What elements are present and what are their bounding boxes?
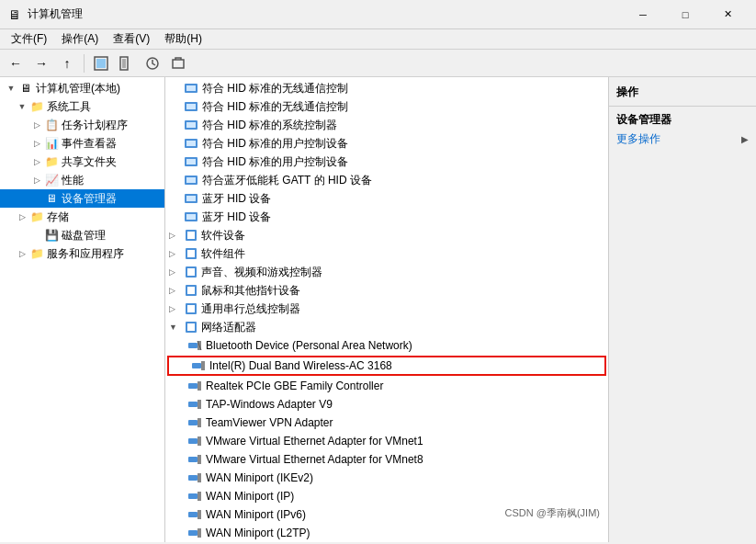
device-icon bbox=[184, 118, 198, 132]
network-item-bt[interactable]: Bluetooth Device (Personal Area Network) bbox=[165, 336, 608, 355]
network-item-intel[interactable]: Intel(R) Dual Band Wireless-AC 3168 bbox=[167, 356, 606, 376]
list-item-hid1[interactable]: 符合 HID 标准的无线通信控制 bbox=[165, 79, 608, 97]
network-icon bbox=[187, 489, 202, 504]
tree-disk-mgmt[interactable]: 💾 磁盘管理 bbox=[0, 226, 164, 244]
tree-root-label: 计算机管理(本地) bbox=[36, 81, 120, 96]
list-item-hid2[interactable]: 符合 HID 标准的无线通信控制 bbox=[165, 97, 608, 116]
device-icon bbox=[184, 154, 198, 169]
svg-rect-13 bbox=[186, 141, 196, 146]
network-item-wan-l2tp[interactable]: WAN Miniport (L2TP) bbox=[165, 524, 608, 542]
svg-rect-31 bbox=[187, 305, 195, 312]
network-icon bbox=[187, 452, 202, 467]
svg-rect-56 bbox=[197, 528, 201, 538]
disk-icon: 💾 bbox=[44, 228, 59, 243]
category-network-adapters[interactable]: ▼ 网络适配器 bbox=[165, 318, 608, 336]
device-icon bbox=[184, 81, 198, 96]
expand-storage: ▷ bbox=[15, 210, 29, 224]
tree-event-label: 事件查看器 bbox=[62, 136, 117, 152]
expand-root: ▼ bbox=[4, 81, 18, 96]
category-label: 鼠标和其他指针设备 bbox=[201, 283, 300, 299]
list-item-hid6[interactable]: 符合蓝牙低能耗 GATT 的 HID 设备 bbox=[165, 171, 608, 189]
expand-task: ▷ bbox=[29, 118, 44, 132]
network-item-wan-ip[interactable]: WAN Miniport (IP) bbox=[165, 487, 608, 505]
network-item-wan-ipv6[interactable]: WAN Miniport (IPv6) bbox=[165, 505, 608, 524]
devmgr-icon: 🖥 bbox=[44, 191, 59, 206]
network-item-vmnet8[interactable]: VMware Virtual Ethernet Adapter for VMne… bbox=[165, 450, 608, 469]
list-item-hid5[interactable]: 符合 HID 标准的用户控制设备 bbox=[165, 153, 608, 171]
list-item-bt1[interactable]: 蓝牙 HID 设备 bbox=[165, 189, 608, 208]
menu-file[interactable]: 文件(F) bbox=[4, 29, 54, 49]
more-actions-label: 更多操作 bbox=[616, 131, 660, 147]
network-item-tap[interactable]: TAP-Windows Adapter V9 bbox=[165, 395, 608, 414]
device-icon bbox=[184, 99, 198, 114]
category-mouse[interactable]: ▷ 鼠标和其他指针设备 bbox=[165, 281, 608, 300]
svg-rect-3 bbox=[122, 59, 126, 68]
expand-devmgr bbox=[29, 191, 44, 206]
toolbar-btn3[interactable] bbox=[141, 52, 164, 74]
window-controls: ─ □ ✕ bbox=[622, 0, 749, 29]
category-usb[interactable]: ▷ 通用串行总线控制器 bbox=[165, 300, 608, 318]
svg-rect-5 bbox=[173, 60, 184, 68]
category-sound[interactable]: ▷ 声音、视频和游戏控制器 bbox=[165, 263, 608, 281]
toolbar-btn4[interactable] bbox=[166, 52, 190, 74]
expand-disk bbox=[29, 228, 44, 243]
intel-network-icon bbox=[191, 358, 206, 373]
toolbar-btn1[interactable] bbox=[89, 52, 113, 74]
window-title: 计算机管理 bbox=[28, 6, 622, 22]
section-title-text: 设备管理器 bbox=[616, 113, 671, 126]
item-label: 符合 HID 标准的系统控制器 bbox=[202, 118, 337, 133]
tree-task-scheduler[interactable]: ▷ 📋 任务计划程序 bbox=[0, 116, 164, 134]
category-label: 通用串行总线控制器 bbox=[201, 301, 300, 317]
network-icon bbox=[187, 434, 202, 448]
list-item-bt2[interactable]: 蓝牙 HID 设备 bbox=[165, 208, 608, 226]
close-button[interactable]: ✕ bbox=[706, 0, 749, 29]
tree-services[interactable]: ▷ 📁 服务和应用程序 bbox=[0, 244, 164, 263]
tree-root[interactable]: ▼ 🖥 计算机管理(本地) bbox=[0, 79, 164, 97]
menu-action[interactable]: 操作(A) bbox=[54, 29, 106, 49]
network-item-realtek[interactable]: Realtek PCIe GBE Family Controller bbox=[165, 377, 608, 395]
svg-rect-51 bbox=[188, 493, 197, 499]
app-icon: 🖥 bbox=[7, 7, 22, 22]
toolbar-back[interactable]: ← bbox=[4, 52, 28, 74]
svg-rect-15 bbox=[186, 159, 196, 164]
maximize-button[interactable]: □ bbox=[664, 0, 706, 29]
toolbar-forward[interactable]: → bbox=[29, 52, 53, 74]
tree-task-label: 任务计划程序 bbox=[62, 118, 128, 133]
tree-storage[interactable]: ▷ 📁 存储 bbox=[0, 208, 164, 226]
svg-rect-48 bbox=[197, 455, 201, 464]
network-item-teamviewer[interactable]: TeamViewer VPN Adapter bbox=[165, 414, 608, 432]
tree-event-viewer[interactable]: ▷ 📊 事件查看器 bbox=[0, 134, 164, 153]
toolbar-sep-1 bbox=[84, 54, 85, 73]
network-item-vmnet1[interactable]: VMware Virtual Ethernet Adapter for VMne… bbox=[165, 432, 608, 450]
list-item-hid3[interactable]: 符合 HID 标准的系统控制器 bbox=[165, 116, 608, 134]
svg-rect-25 bbox=[187, 250, 195, 257]
toolbar-btn2[interactable] bbox=[115, 52, 139, 74]
svg-rect-52 bbox=[197, 492, 201, 501]
list-item-hid4[interactable]: 符合 HID 标准的用户控制设备 bbox=[165, 134, 608, 153]
network-item-wan-ikev2[interactable]: WAN Miniport (IKEv2) bbox=[165, 469, 608, 487]
arrow-icon: ▶ bbox=[741, 134, 749, 144]
tree-shared-folders[interactable]: ▷ 📁 共享文件夹 bbox=[0, 153, 164, 171]
tree-storage-label: 存储 bbox=[47, 210, 69, 225]
right-action-more[interactable]: 更多操作 ▶ bbox=[609, 130, 756, 148]
center-panel: 符合 HID 标准的无线通信控制 符合 HID 标准的无线通信控制 符合 HID… bbox=[165, 77, 609, 542]
minimize-button[interactable]: ─ bbox=[622, 0, 664, 29]
tree-device-manager[interactable]: 🖥 设备管理器 bbox=[0, 189, 164, 208]
expand-perf: ▷ bbox=[29, 173, 44, 187]
toolbar-up[interactable]: ↑ bbox=[55, 52, 79, 74]
menu-view[interactable]: 查看(V) bbox=[106, 29, 157, 49]
category-software-devices[interactable]: ▷ 软件设备 bbox=[165, 226, 608, 244]
menu-help[interactable]: 帮助(H) bbox=[157, 29, 209, 49]
svg-rect-21 bbox=[186, 214, 196, 220]
svg-rect-17 bbox=[186, 177, 196, 183]
category-software-components[interactable]: ▷ 软件组件 bbox=[165, 244, 608, 263]
tree-performance[interactable]: ▷ 📈 性能 bbox=[0, 171, 164, 189]
device-icon bbox=[184, 173, 198, 187]
expand-services: ▷ bbox=[15, 246, 29, 261]
tree-system-tools[interactable]: ▼ 📁 系统工具 bbox=[0, 97, 164, 116]
item-label: VMware Virtual Ethernet Adapter for VMne… bbox=[206, 453, 423, 466]
svg-rect-49 bbox=[188, 475, 197, 481]
item-label: VMware Virtual Ethernet Adapter for VMne… bbox=[206, 435, 423, 448]
item-label: TAP-Windows Adapter V9 bbox=[206, 398, 333, 411]
svg-rect-40 bbox=[197, 381, 201, 391]
